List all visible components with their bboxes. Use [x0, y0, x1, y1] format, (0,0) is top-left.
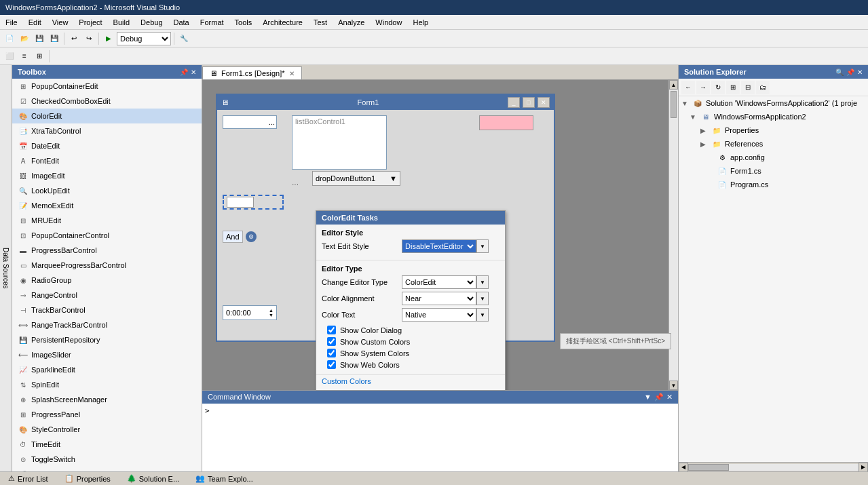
designer-tab-close[interactable]: ✕ [289, 70, 295, 77]
toolbox-item-marqueeprogress[interactable]: ▭ MarqueeProgressBarControl [12, 258, 202, 273]
form-close-btn[interactable]: ✕ [537, 97, 550, 108]
menu-help[interactable]: Help [407, 17, 434, 28]
toolbox-item-persistentrepo[interactable]: 💾 PersistentRepository [12, 332, 202, 347]
start-btn[interactable]: ▶ [102, 32, 115, 45]
toolbox-pin-btn[interactable]: 📌 [180, 69, 188, 76]
align-btn[interactable]: ≡ [18, 50, 31, 63]
hscrollbar-right-btn[interactable]: ▶ [858, 463, 868, 472]
se-refresh-btn[interactable]: ↻ [711, 81, 725, 94]
scrollbar-thumb[interactable] [671, 91, 677, 118]
menu-data[interactable]: Data [168, 17, 195, 28]
toolbox-item-fontedit[interactable]: A FontEdit [12, 153, 202, 168]
menu-view[interactable]: View [47, 17, 74, 28]
solution-explorer-search-btn[interactable]: 🔍 [835, 69, 844, 76]
tree-item-references[interactable]: ▶ 📁 References [679, 137, 868, 151]
toolbox-item-mruedit[interactable]: ⊟ MRUEdit [12, 213, 202, 228]
scrollbar-up-btn[interactable]: ▲ [669, 80, 678, 90]
menu-architecture[interactable]: Architecture [257, 17, 308, 28]
toolbox-item-radiogroup[interactable]: ◉ RadioGroup [12, 273, 202, 288]
toolbox-item-rangecontrol[interactable]: ⊸ RangeControl [12, 288, 202, 303]
color-text-dropdown[interactable]: Native [402, 308, 476, 322]
toolbox-item-imageedit[interactable]: 🖼 ImageEdit [12, 168, 202, 183]
toolbox-item-popupcontainercontrol[interactable]: ⊡ PopupContainerControl [12, 228, 202, 243]
hscrollbar-track[interactable] [688, 464, 858, 471]
tree-item-project[interactable]: ▼ 🖥 WindowsFormsApplication2 [679, 110, 868, 123]
form-minimize-btn[interactable]: _ [508, 97, 520, 108]
form-time-control[interactable]: 0:00:00 ▲ ▼ [223, 305, 277, 320]
custom-colors-link[interactable]: Custom Colors [316, 375, 505, 387]
show-color-dialog-checkbox[interactable] [327, 326, 336, 334]
redo-btn[interactable]: ↪ [82, 32, 96, 45]
bottom-tab-errorlist[interactable]: ⚠ Error List [0, 473, 56, 484]
color-alignment-dropdown[interactable]: Near [402, 292, 476, 305]
toolbox-item-popupcontaineredit[interactable]: ⊞ PopupContainerEdit [12, 79, 202, 94]
form-listbox-1[interactable]: listBoxControl1 [292, 115, 387, 170]
tree-expand-solution[interactable]: ▼ [681, 100, 690, 107]
menu-build[interactable]: Build [108, 17, 135, 28]
toolbox-item-progressbar[interactable]: ▬ ProgressBarControl [12, 243, 202, 258]
toolbox-item-timeedit[interactable]: ⏱ TimeEdit [12, 437, 202, 452]
scrollbar-down-btn[interactable]: ▼ [669, 381, 678, 390]
form-color-control[interactable] [479, 115, 533, 130]
format-btn[interactable]: ⬜ [3, 50, 16, 63]
save-btn[interactable]: 💾 [33, 32, 46, 45]
command-window-content[interactable]: > [202, 404, 678, 471]
tree-expand-project[interactable]: ▼ [690, 113, 698, 121]
solution-explorer-pin-btn[interactable]: 📌 [846, 69, 854, 76]
toolbox-item-lookupedit[interactable]: 🔍 LookUpEdit [12, 183, 202, 198]
cmd-close-btn[interactable]: ✕ [666, 393, 673, 402]
size-btn[interactable]: ⊞ [33, 50, 46, 63]
toolbox-item-checkedcombobox[interactable]: ☑ CheckedComboBoxEdit [12, 94, 202, 109]
learn-more-link[interactable]: Learn More Online [316, 387, 505, 390]
text-edit-style-arrow[interactable]: ▼ [476, 239, 489, 253]
tree-expand-references[interactable]: ▶ [700, 140, 709, 148]
menu-analyze[interactable]: Analyze [333, 17, 370, 28]
tree-item-appconfig[interactable]: ⚙ app.config [679, 151, 868, 164]
toolbox-item-toggleswitch[interactable]: ⊙ ToggleSwitch [12, 452, 202, 467]
tree-item-properties[interactable]: ▶ 📁 Properties [679, 123, 868, 137]
toolbox-item-trackbar[interactable]: ⊣ TrackBarControl [12, 303, 202, 317]
show-web-colors-checkbox[interactable] [327, 360, 336, 369]
se-collapse-btn[interactable]: ⊟ [741, 81, 755, 94]
form-maximize-btn[interactable]: □ [523, 97, 535, 108]
toolbox-item-imageslider[interactable]: ⟵ ImageSlider [12, 347, 202, 362]
hscrollbar-thumb[interactable] [688, 464, 729, 471]
toolbox-item-stylecontroller[interactable]: 🎨 StyleController [12, 422, 202, 437]
toolbox-item-memoexedit[interactable]: 📝 MemoExEdit [12, 198, 202, 213]
se-forward-btn[interactable]: → [696, 81, 710, 94]
bottom-tab-properties[interactable]: 📋 Properties [56, 473, 119, 484]
toolbox-item-xtratab[interactable]: 📑 XtraTabControl [12, 123, 202, 138]
hscrollbar-left-btn[interactable]: ◀ [679, 463, 688, 472]
menu-debug[interactable]: Debug [135, 17, 168, 28]
open-file-btn[interactable]: 📂 [18, 32, 31, 45]
tree-item-programcs[interactable]: 📄 Program.cs [679, 178, 868, 191]
color-text-arrow[interactable]: ▼ [476, 308, 489, 322]
menu-test[interactable]: Test [308, 17, 333, 28]
menu-edit[interactable]: Edit [23, 17, 47, 28]
cmd-dropdown-btn[interactable]: ▼ [644, 393, 652, 402]
menu-tools[interactable]: Tools [229, 17, 258, 28]
show-system-colors-checkbox[interactable] [327, 349, 336, 357]
form-dropdown-btn[interactable]: dropDownButton1 ▼ [312, 171, 400, 186]
designer-area[interactable]: ▲ ▼ 🖥 Form1 _ □ ✕ [202, 80, 678, 390]
debug-config-dropdown[interactable]: Debug [117, 32, 171, 45]
menu-project[interactable]: Project [73, 17, 107, 28]
se-expand-btn[interactable]: ⊞ [726, 81, 740, 94]
new-project-btn[interactable]: 📄 [3, 32, 16, 45]
solution-explorer-close-btn[interactable]: ✕ [857, 69, 863, 76]
menu-window[interactable]: Window [370, 17, 407, 28]
designer-tab-form1[interactable]: 🖥 Form1.cs [Design]* ✕ [202, 66, 302, 79]
undo-btn[interactable]: ↩ [67, 32, 81, 45]
toolbox-item-coloredit[interactable]: 🎨 ColorEdit [12, 109, 202, 123]
toolbox-item-rangetrackbar[interactable]: ⟺ RangeTrackBarControl [12, 317, 202, 332]
toolbox-close-btn[interactable]: ✕ [191, 69, 196, 76]
form-time-spinner[interactable]: ▲ ▼ [269, 308, 273, 317]
data-sources-tab[interactable]: Data Sources [0, 65, 12, 471]
bottom-tab-teamexplorer[interactable]: 👥 Team Explo... [187, 473, 261, 484]
toolbox-item-progresspanel[interactable]: ⊞ ProgressPanel [12, 407, 202, 422]
toolbox-item-sparkline[interactable]: 📈 SparklineEdit [12, 362, 202, 377]
save-all-btn[interactable]: 💾 [48, 32, 61, 45]
solution-explorer-hscrollbar[interactable]: ◀ ▶ [679, 462, 868, 471]
cmd-pin-btn[interactable]: 📌 [654, 393, 664, 402]
toolbox-item-spinedit[interactable]: ⇅ SpinEdit [12, 377, 202, 392]
